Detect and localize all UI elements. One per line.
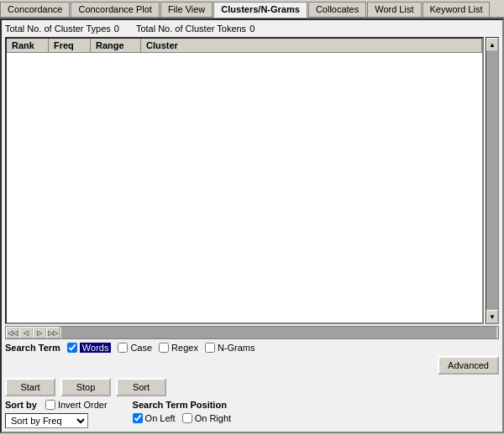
table-body [7, 53, 482, 322]
tab-keyword-list[interactable]: Keyword List [423, 2, 491, 17]
scroll-left-btn[interactable]: ◁ [19, 327, 33, 338]
cluster-tokens-stat: Total No. of Cluster Tokens 0 [136, 24, 255, 34]
sort-by-select[interactable]: Sort by FreqSort by RangeSort by Cluster [5, 413, 88, 428]
ngrams-checkbox[interactable] [205, 343, 215, 353]
sort-select-row: Sort by FreqSort by RangeSort by Cluster [5, 413, 108, 428]
stats-row: Total No. of Cluster Types 0 Total No. o… [5, 24, 499, 34]
sort-top-row: Sort by Invert Order [5, 400, 108, 410]
scroll-right-btn[interactable]: ▷ [33, 327, 46, 338]
on-left-label: On Left [145, 413, 176, 423]
case-checkbox-group: Case [118, 343, 152, 353]
tab-bar: Concordance Concordance Plot File View C… [0, 0, 504, 18]
regex-checkbox[interactable] [159, 343, 169, 353]
action-row: Start Stop Sort [5, 378, 499, 396]
tab-collocates[interactable]: Collocates [308, 2, 366, 17]
main-content: Total No. of Cluster Types 0 Total No. o… [0, 18, 504, 433]
sort-by-label: Sort by [5, 400, 37, 410]
data-table: Rank Freq Range Cluster [5, 37, 484, 324]
words-checkbox[interactable] [67, 343, 77, 353]
advanced-row: Advanced [5, 356, 499, 375]
col-header-freq: Freq [49, 39, 91, 52]
scroll-right-last-btn[interactable]: ▷▷ [46, 327, 60, 338]
search-term-row: Search Term Words Case Regex N-Grams [5, 343, 499, 353]
tab-clusters-ngrams[interactable]: Clusters/N-Grams [213, 2, 307, 18]
position-options-row: On Left On Right [133, 413, 232, 423]
invert-order-label: Invert Order [58, 400, 108, 410]
case-checkbox[interactable] [118, 343, 128, 353]
cluster-types-label: Total No. of Cluster Types [5, 24, 111, 34]
ngrams-checkbox-group: N-Grams [205, 343, 255, 353]
sort-button[interactable]: Sort [116, 378, 166, 396]
vertical-scrollbar[interactable]: ▲ ▼ [486, 37, 499, 324]
regex-checkbox-group: Regex [159, 343, 198, 353]
case-label: Case [130, 343, 152, 353]
scroll-left-first-btn[interactable]: ◁◁ [6, 327, 19, 338]
cluster-types-stat: Total No. of Cluster Types 0 [5, 24, 119, 34]
on-right-label: On Right [195, 413, 231, 423]
cluster-tokens-label: Total No. of Cluster Tokens [136, 24, 246, 34]
col-header-cluster: Cluster [141, 39, 482, 52]
ngrams-label: N-Grams [218, 343, 255, 353]
table-header: Rank Freq Range Cluster [7, 39, 482, 53]
col-header-range: Range [91, 39, 141, 52]
start-button[interactable]: Start [5, 378, 55, 396]
cluster-tokens-value: 0 [249, 24, 255, 34]
scroll-v-track[interactable] [486, 51, 498, 310]
table-wrapper: Rank Freq Range Cluster ▲ ▼ [5, 37, 499, 324]
col-header-rank: Rank [7, 39, 49, 52]
search-term-label: Search Term [5, 343, 60, 353]
tab-word-list[interactable]: Word List [367, 2, 421, 17]
bottom-section: Sort by Invert Order Sort by FreqSort by… [5, 400, 499, 428]
tab-concordance[interactable]: Concordance [0, 2, 70, 17]
position-section: Search Term Position On Left On Right [133, 400, 232, 423]
stop-button[interactable]: Stop [60, 378, 111, 396]
tab-file-view[interactable]: File View [160, 2, 213, 17]
words-label: Words [80, 343, 112, 353]
advanced-button[interactable]: Advanced [438, 356, 499, 375]
on-left-checkbox[interactable] [133, 413, 143, 423]
on-right-checkbox[interactable] [182, 413, 192, 423]
sort-section: Sort by Invert Order Sort by FreqSort by… [5, 400, 108, 428]
on-left-group: On Left [133, 413, 176, 423]
invert-order-checkbox[interactable] [45, 400, 55, 410]
words-checkbox-group: Words [67, 343, 112, 353]
horizontal-scrollbar[interactable]: ◁◁ ◁ ▷ ▷▷ [5, 326, 499, 339]
on-right-group: On Right [182, 413, 231, 423]
invert-order-group: Invert Order [45, 400, 108, 410]
tab-concordance-plot[interactable]: Concordance Plot [71, 2, 159, 17]
scroll-h-track[interactable] [61, 327, 496, 338]
scroll-down-btn[interactable]: ▼ [486, 310, 498, 323]
scroll-up-btn[interactable]: ▲ [486, 38, 498, 51]
position-label: Search Term Position [133, 400, 228, 410]
cluster-types-value: 0 [114, 24, 119, 34]
regex-label: Regex [171, 343, 198, 353]
